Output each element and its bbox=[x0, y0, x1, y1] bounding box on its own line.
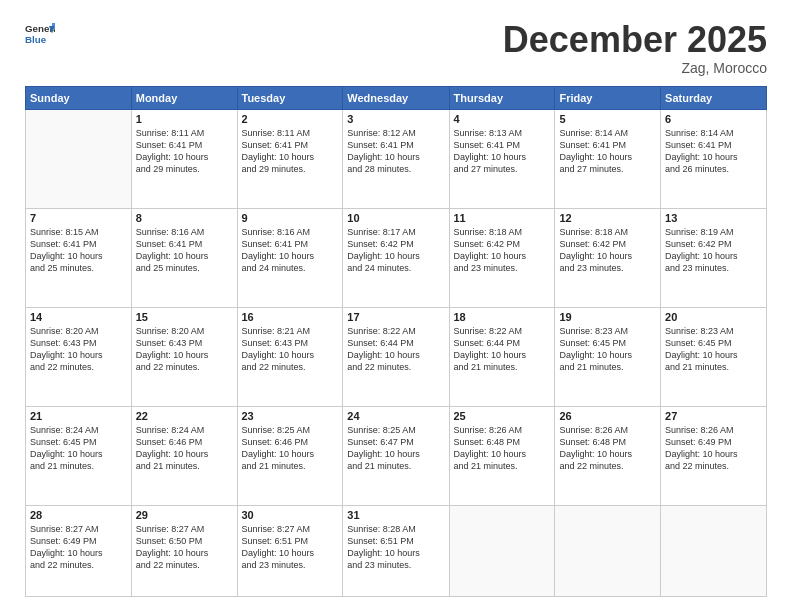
day-info: Sunrise: 8:20 AM Sunset: 6:43 PM Dayligh… bbox=[30, 325, 127, 374]
day-info: Sunrise: 8:18 AM Sunset: 6:42 PM Dayligh… bbox=[454, 226, 551, 275]
header-day-wednesday: Wednesday bbox=[343, 86, 449, 109]
table-cell: 23Sunrise: 8:25 AM Sunset: 6:46 PM Dayli… bbox=[237, 406, 343, 505]
week-row-5: 28Sunrise: 8:27 AM Sunset: 6:49 PM Dayli… bbox=[26, 505, 767, 596]
table-cell: 26Sunrise: 8:26 AM Sunset: 6:48 PM Dayli… bbox=[555, 406, 661, 505]
table-cell: 21Sunrise: 8:24 AM Sunset: 6:45 PM Dayli… bbox=[26, 406, 132, 505]
table-cell: 5Sunrise: 8:14 AM Sunset: 6:41 PM Daylig… bbox=[555, 109, 661, 208]
day-number: 27 bbox=[665, 410, 762, 422]
table-cell: 13Sunrise: 8:19 AM Sunset: 6:42 PM Dayli… bbox=[661, 208, 767, 307]
table-cell: 15Sunrise: 8:20 AM Sunset: 6:43 PM Dayli… bbox=[131, 307, 237, 406]
day-number: 2 bbox=[242, 113, 339, 125]
header: General Blue December 2025 Zag, Morocco bbox=[25, 20, 767, 76]
day-info: Sunrise: 8:19 AM Sunset: 6:42 PM Dayligh… bbox=[665, 226, 762, 275]
table-cell bbox=[26, 109, 132, 208]
table-cell: 24Sunrise: 8:25 AM Sunset: 6:47 PM Dayli… bbox=[343, 406, 449, 505]
day-number: 16 bbox=[242, 311, 339, 323]
day-info: Sunrise: 8:23 AM Sunset: 6:45 PM Dayligh… bbox=[559, 325, 656, 374]
table-cell: 18Sunrise: 8:22 AM Sunset: 6:44 PM Dayli… bbox=[449, 307, 555, 406]
day-number: 12 bbox=[559, 212, 656, 224]
day-number: 28 bbox=[30, 509, 127, 521]
day-number: 29 bbox=[136, 509, 233, 521]
header-day-sunday: Sunday bbox=[26, 86, 132, 109]
day-info: Sunrise: 8:21 AM Sunset: 6:43 PM Dayligh… bbox=[242, 325, 339, 374]
day-number: 30 bbox=[242, 509, 339, 521]
table-cell: 11Sunrise: 8:18 AM Sunset: 6:42 PM Dayli… bbox=[449, 208, 555, 307]
table-cell bbox=[555, 505, 661, 596]
day-info: Sunrise: 8:22 AM Sunset: 6:44 PM Dayligh… bbox=[347, 325, 444, 374]
day-number: 11 bbox=[454, 212, 551, 224]
header-day-tuesday: Tuesday bbox=[237, 86, 343, 109]
svg-marker-3 bbox=[52, 23, 55, 26]
title-block: December 2025 Zag, Morocco bbox=[503, 20, 767, 76]
day-info: Sunrise: 8:15 AM Sunset: 6:41 PM Dayligh… bbox=[30, 226, 127, 275]
table-cell: 29Sunrise: 8:27 AM Sunset: 6:50 PM Dayli… bbox=[131, 505, 237, 596]
day-info: Sunrise: 8:24 AM Sunset: 6:45 PM Dayligh… bbox=[30, 424, 127, 473]
day-number: 10 bbox=[347, 212, 444, 224]
day-number: 17 bbox=[347, 311, 444, 323]
day-number: 25 bbox=[454, 410, 551, 422]
table-cell: 9Sunrise: 8:16 AM Sunset: 6:41 PM Daylig… bbox=[237, 208, 343, 307]
day-info: Sunrise: 8:23 AM Sunset: 6:45 PM Dayligh… bbox=[665, 325, 762, 374]
day-number: 3 bbox=[347, 113, 444, 125]
day-number: 15 bbox=[136, 311, 233, 323]
table-cell: 6Sunrise: 8:14 AM Sunset: 6:41 PM Daylig… bbox=[661, 109, 767, 208]
table-cell: 10Sunrise: 8:17 AM Sunset: 6:42 PM Dayli… bbox=[343, 208, 449, 307]
table-cell: 22Sunrise: 8:24 AM Sunset: 6:46 PM Dayli… bbox=[131, 406, 237, 505]
table-cell: 31Sunrise: 8:28 AM Sunset: 6:51 PM Dayli… bbox=[343, 505, 449, 596]
page: General Blue December 2025 Zag, Morocco … bbox=[0, 0, 792, 612]
day-number: 20 bbox=[665, 311, 762, 323]
day-number: 6 bbox=[665, 113, 762, 125]
day-info: Sunrise: 8:27 AM Sunset: 6:49 PM Dayligh… bbox=[30, 523, 127, 572]
logo: General Blue bbox=[25, 20, 55, 50]
day-info: Sunrise: 8:14 AM Sunset: 6:41 PM Dayligh… bbox=[665, 127, 762, 176]
day-number: 21 bbox=[30, 410, 127, 422]
day-info: Sunrise: 8:18 AM Sunset: 6:42 PM Dayligh… bbox=[559, 226, 656, 275]
day-info: Sunrise: 8:16 AM Sunset: 6:41 PM Dayligh… bbox=[136, 226, 233, 275]
month-title: December 2025 bbox=[503, 20, 767, 60]
table-cell: 28Sunrise: 8:27 AM Sunset: 6:49 PM Dayli… bbox=[26, 505, 132, 596]
day-number: 18 bbox=[454, 311, 551, 323]
header-day-friday: Friday bbox=[555, 86, 661, 109]
table-cell: 8Sunrise: 8:16 AM Sunset: 6:41 PM Daylig… bbox=[131, 208, 237, 307]
day-info: Sunrise: 8:13 AM Sunset: 6:41 PM Dayligh… bbox=[454, 127, 551, 176]
day-info: Sunrise: 8:25 AM Sunset: 6:47 PM Dayligh… bbox=[347, 424, 444, 473]
day-info: Sunrise: 8:11 AM Sunset: 6:41 PM Dayligh… bbox=[242, 127, 339, 176]
day-number: 24 bbox=[347, 410, 444, 422]
week-row-3: 14Sunrise: 8:20 AM Sunset: 6:43 PM Dayli… bbox=[26, 307, 767, 406]
table-cell: 20Sunrise: 8:23 AM Sunset: 6:45 PM Dayli… bbox=[661, 307, 767, 406]
day-number: 14 bbox=[30, 311, 127, 323]
location: Zag, Morocco bbox=[503, 60, 767, 76]
calendar-table: SundayMondayTuesdayWednesdayThursdayFrid… bbox=[25, 86, 767, 597]
table-cell: 17Sunrise: 8:22 AM Sunset: 6:44 PM Dayli… bbox=[343, 307, 449, 406]
table-cell: 2Sunrise: 8:11 AM Sunset: 6:41 PM Daylig… bbox=[237, 109, 343, 208]
table-cell: 4Sunrise: 8:13 AM Sunset: 6:41 PM Daylig… bbox=[449, 109, 555, 208]
table-cell: 1Sunrise: 8:11 AM Sunset: 6:41 PM Daylig… bbox=[131, 109, 237, 208]
day-info: Sunrise: 8:22 AM Sunset: 6:44 PM Dayligh… bbox=[454, 325, 551, 374]
day-info: Sunrise: 8:28 AM Sunset: 6:51 PM Dayligh… bbox=[347, 523, 444, 572]
day-number: 7 bbox=[30, 212, 127, 224]
day-number: 5 bbox=[559, 113, 656, 125]
table-cell: 3Sunrise: 8:12 AM Sunset: 6:41 PM Daylig… bbox=[343, 109, 449, 208]
week-row-4: 21Sunrise: 8:24 AM Sunset: 6:45 PM Dayli… bbox=[26, 406, 767, 505]
header-row: SundayMondayTuesdayWednesdayThursdayFrid… bbox=[26, 86, 767, 109]
table-cell: 27Sunrise: 8:26 AM Sunset: 6:49 PM Dayli… bbox=[661, 406, 767, 505]
day-info: Sunrise: 8:26 AM Sunset: 6:48 PM Dayligh… bbox=[559, 424, 656, 473]
header-day-saturday: Saturday bbox=[661, 86, 767, 109]
day-number: 1 bbox=[136, 113, 233, 125]
day-number: 26 bbox=[559, 410, 656, 422]
table-cell: 19Sunrise: 8:23 AM Sunset: 6:45 PM Dayli… bbox=[555, 307, 661, 406]
day-number: 4 bbox=[454, 113, 551, 125]
day-info: Sunrise: 8:20 AM Sunset: 6:43 PM Dayligh… bbox=[136, 325, 233, 374]
day-number: 8 bbox=[136, 212, 233, 224]
day-info: Sunrise: 8:26 AM Sunset: 6:49 PM Dayligh… bbox=[665, 424, 762, 473]
day-info: Sunrise: 8:12 AM Sunset: 6:41 PM Dayligh… bbox=[347, 127, 444, 176]
day-number: 13 bbox=[665, 212, 762, 224]
svg-text:Blue: Blue bbox=[25, 34, 47, 45]
table-cell: 16Sunrise: 8:21 AM Sunset: 6:43 PM Dayli… bbox=[237, 307, 343, 406]
table-cell: 30Sunrise: 8:27 AM Sunset: 6:51 PM Dayli… bbox=[237, 505, 343, 596]
table-cell bbox=[661, 505, 767, 596]
week-row-1: 1Sunrise: 8:11 AM Sunset: 6:41 PM Daylig… bbox=[26, 109, 767, 208]
header-day-thursday: Thursday bbox=[449, 86, 555, 109]
table-cell: 14Sunrise: 8:20 AM Sunset: 6:43 PM Dayli… bbox=[26, 307, 132, 406]
day-number: 31 bbox=[347, 509, 444, 521]
